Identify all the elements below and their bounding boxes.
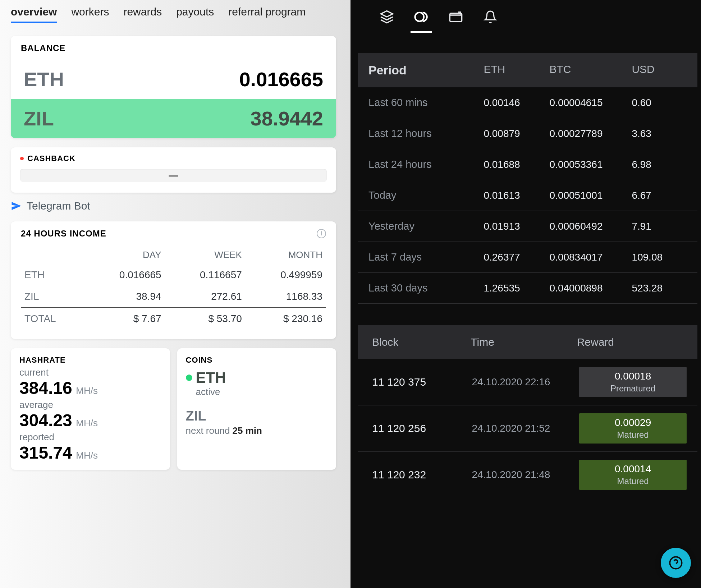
- coins-card: COINS ETH active ZIL next round 25 min: [177, 348, 336, 470]
- hashrate-current-value: 384.16: [19, 378, 72, 398]
- period-row[interactable]: Last 24 hours0.016880.000533616.98: [358, 149, 697, 180]
- period-btc: 0.00027789: [550, 128, 632, 139]
- telegram-bot-link[interactable]: Telegram Bot: [11, 200, 336, 212]
- svg-marker-0: [381, 11, 393, 17]
- period-col-btc: BTC: [550, 63, 632, 77]
- reward-value: 0.00014: [581, 463, 685, 475]
- tab-overview[interactable]: overview: [11, 6, 57, 23]
- coin-primary-status: active: [196, 386, 328, 398]
- balance-row-zil[interactable]: ZIL 38.9442: [11, 99, 336, 138]
- reward-status: Matured: [581, 476, 685, 486]
- period-row[interactable]: Yesterday0.019130.000604927.91: [358, 211, 697, 242]
- period-label: Last 24 hours: [368, 159, 484, 170]
- period-row[interactable]: Last 7 days0.263770.00834017109.08: [358, 242, 697, 273]
- blocks-col-reward: Reward: [577, 336, 683, 348]
- reward-status: Prematured: [581, 383, 685, 394]
- block-row[interactable]: 11 120 25624.10.2020 21:520.00029Matured: [358, 405, 697, 452]
- period-eth: 1.26535: [484, 282, 549, 294]
- tab-bar: overview workers rewards payouts referra…: [11, 0, 336, 27]
- blocks-col-block: Block: [372, 336, 471, 348]
- period-usd: 523.28: [632, 282, 687, 294]
- period-btc: 0.00004615: [550, 97, 632, 109]
- coin-secondary-next: next round 25 min: [186, 425, 328, 436]
- hashrate-reported-value: 315.74: [19, 443, 72, 463]
- cashback-card: CASHBACK —: [11, 147, 336, 193]
- status-dot-icon: [20, 157, 24, 160]
- period-usd: 6.67: [632, 190, 687, 201]
- balance-card: BALANCE ETH 0.016665 ZIL 38.9442: [11, 36, 336, 138]
- balance-value: 0.016665: [239, 68, 323, 91]
- block-row[interactable]: 11 120 23224.10.2020 21:480.00014Matured: [358, 452, 697, 498]
- hashrate-reported-label: reported: [19, 432, 161, 443]
- period-label: Yesterday: [368, 220, 484, 232]
- cashback-value-bar: —: [20, 169, 327, 182]
- bell-icon[interactable]: [483, 9, 498, 24]
- balance-symbol: ETH: [24, 68, 64, 91]
- mining-pool-panel: overview workers rewards payouts referra…: [0, 0, 350, 588]
- help-icon: [669, 556, 683, 570]
- block-time: 24.10.2020 22:16: [472, 376, 579, 388]
- block-number: 11 120 232: [372, 469, 472, 481]
- svg-point-1: [415, 13, 424, 22]
- period-table-header: Period ETH BTC USD: [358, 53, 697, 87]
- block-reward: 0.00014Matured: [579, 460, 687, 490]
- period-row[interactable]: Last 60 mins0.001460.000046150.60: [358, 87, 697, 118]
- coin-primary-symbol: ETH: [196, 369, 226, 386]
- help-button[interactable]: [661, 548, 691, 578]
- period-btc: 0.00053361: [550, 159, 632, 170]
- hashrate-unit: MH/s: [76, 385, 98, 396]
- period-label: Today: [368, 189, 484, 201]
- period-eth: 0.00879: [484, 128, 549, 139]
- telegram-label: Telegram Bot: [27, 200, 90, 212]
- hashrate-title: HASHRATE: [19, 355, 161, 365]
- period-usd: 7.91: [632, 221, 687, 232]
- wallet-icon[interactable]: [448, 9, 463, 24]
- coin-secondary[interactable]: ZIL: [186, 408, 328, 424]
- balance-row-eth[interactable]: ETH 0.016665: [11, 60, 336, 99]
- tab-workers[interactable]: workers: [71, 6, 109, 23]
- balance-title: BALANCE: [11, 36, 336, 60]
- period-col-usd: USD: [632, 63, 687, 77]
- reward-value: 0.00018: [581, 371, 685, 382]
- hashrate-unit: MH/s: [76, 418, 98, 428]
- period-row[interactable]: Last 30 days1.265350.04000898523.28: [358, 273, 697, 304]
- period-label: Last 60 mins: [368, 97, 484, 109]
- block-time: 24.10.2020 21:48: [472, 469, 579, 481]
- reward-value: 0.00029: [581, 417, 685, 428]
- info-icon[interactable]: i: [317, 229, 326, 238]
- hashrate-card: HASHRATE current 384.16 MH/s average 304…: [11, 348, 170, 470]
- block-reward: 0.00018Prematured: [579, 367, 687, 397]
- period-label: Last 30 days: [368, 282, 484, 294]
- blocks-table-header: Block Time Reward: [358, 325, 697, 359]
- stats-dark-panel: Period ETH BTC USD Last 60 mins0.001460.…: [350, 0, 701, 588]
- period-btc: 0.00060492: [550, 221, 632, 232]
- layers-icon[interactable]: [379, 9, 394, 24]
- period-eth: 0.01688: [484, 159, 549, 170]
- block-time: 24.10.2020 21:52: [472, 423, 579, 434]
- telegram-icon: [11, 201, 22, 211]
- tab-payouts[interactable]: payouts: [176, 6, 214, 23]
- income-title: 24 HOURS INCOME: [21, 229, 106, 239]
- coins-title: COINS: [186, 355, 328, 365]
- hashrate-average-label: average: [19, 399, 161, 410]
- hashrate-unit: MH/s: [76, 450, 98, 461]
- tab-referral[interactable]: referral program: [228, 6, 306, 23]
- tab-rewards[interactable]: rewards: [123, 6, 162, 23]
- income-row-eth: ETH 0.016665 0.116657 0.499959: [21, 264, 326, 286]
- period-col-eth: ETH: [484, 63, 549, 77]
- dark-topbar: [350, 0, 701, 28]
- blocks-col-time: Time: [471, 336, 577, 348]
- period-usd: 0.60: [632, 97, 687, 109]
- period-eth: 0.26377: [484, 252, 549, 263]
- block-number: 11 120 256: [372, 422, 472, 435]
- period-row[interactable]: Today0.016130.000510016.67: [358, 180, 697, 211]
- status-dot-icon: [186, 375, 192, 381]
- coins-overlap-icon[interactable]: [414, 9, 429, 24]
- coin-primary[interactable]: ETH: [186, 369, 328, 386]
- period-row[interactable]: Last 12 hours0.008790.000277893.63: [358, 118, 697, 149]
- period-btc: 0.04000898: [550, 282, 632, 294]
- period-usd: 3.63: [632, 128, 687, 139]
- block-row[interactable]: 11 120 37524.10.2020 22:160.00018Prematu…: [358, 359, 697, 405]
- period-usd: 109.08: [632, 252, 687, 263]
- income-header-row: DAY WEEK MONTH: [21, 244, 326, 264]
